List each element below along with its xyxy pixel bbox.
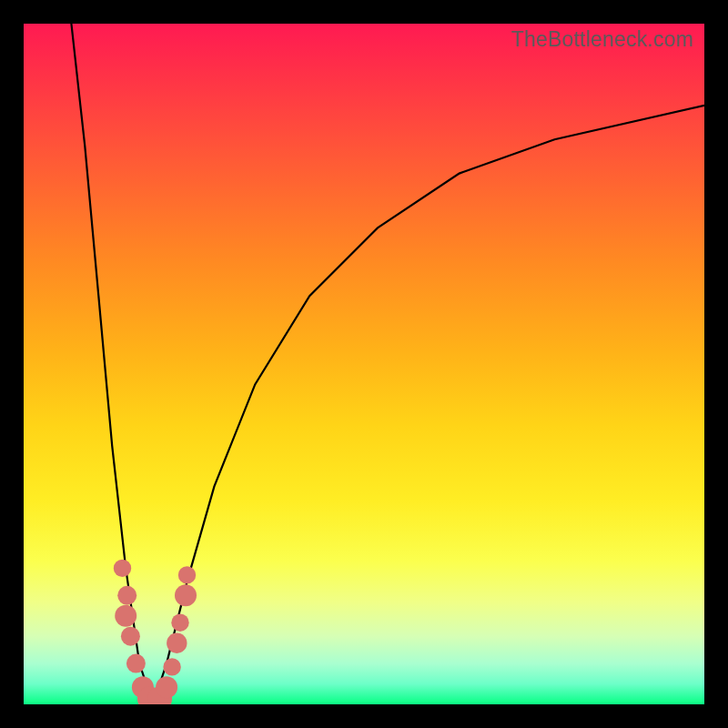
marker-group <box>114 560 197 704</box>
chart-frame: TheBottleneck.com <box>0 0 728 728</box>
data-marker <box>163 658 180 675</box>
data-marker <box>117 586 136 605</box>
data-marker <box>175 584 197 606</box>
curve-left-branch <box>71 24 153 704</box>
data-marker <box>114 560 131 577</box>
data-marker <box>121 627 140 646</box>
data-marker <box>167 633 187 653</box>
plot-area: TheBottleneck.com <box>24 24 704 704</box>
curve-right-branch <box>153 106 704 704</box>
data-marker <box>115 605 136 627</box>
curve-layer <box>24 24 704 704</box>
data-marker <box>156 676 177 698</box>
data-marker <box>126 654 146 673</box>
data-marker <box>171 614 188 632</box>
data-marker <box>178 566 196 583</box>
